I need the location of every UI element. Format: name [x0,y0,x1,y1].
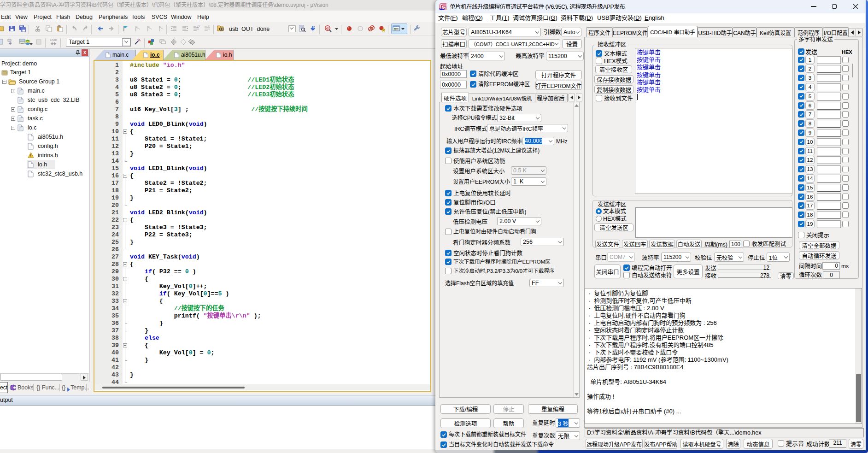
svg-text:/*: /* [197,25,200,29]
svg-text:*: * [208,25,210,29]
svg-text:LOAD: LOAD [50,39,57,41]
svg-text:d: d [326,26,328,30]
